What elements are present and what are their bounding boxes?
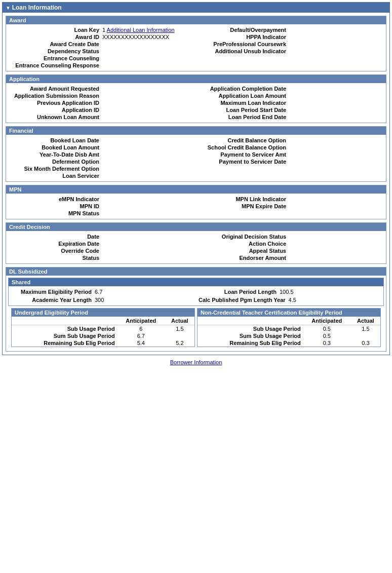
table-row: Remaining Sub Elig Period 0.3 0.3: [198, 339, 380, 347]
shared-subsection: Shared Maximum Eligibility Period 6.7 Lo…: [8, 278, 384, 306]
loan-period-length-field: Loan Period Length 100.5: [197, 288, 380, 295]
max-loan-indicator-field: Maximum Loan Indicator: [196, 99, 383, 106]
booked-loan-amount-field: Booked Loan Amount: [9, 144, 196, 151]
application-id-field: Application ID: [9, 106, 196, 113]
academic-year-length-field: Academic Year Length 300: [12, 296, 195, 303]
app-completion-date-field: Application Completion Date: [196, 85, 383, 92]
booked-loan-date-field: Booked Loan Date: [9, 137, 196, 144]
non-credential-elig-table: Anticipated Actual Sub Usage Period 0.5 …: [198, 317, 380, 347]
prev-app-id-field: Previous Application ID: [9, 99, 196, 106]
shared-header: Shared: [9, 278, 383, 286]
award-right-fields: Default/Overpayment HPPA Indicator PrePr…: [196, 26, 383, 69]
action-choice-field: Action Choice: [196, 240, 383, 247]
eligibility-container: Undergrad Eligibility Period Anticipated…: [11, 308, 381, 347]
undergrad-eligibility-section: Undergrad Eligibility Period Anticipated…: [11, 308, 195, 347]
dl-subsidized-section: DL Subsidized Shared Maximum Eligibility…: [6, 267, 386, 352]
footer: Borrower Information: [2, 355, 390, 369]
app-loan-amount-field: Application Loan Amount: [196, 92, 383, 99]
hppa-indicator-field: HPPA Indicator: [196, 33, 383, 41]
award-create-date-field: Award Create Date: [9, 41, 196, 48]
table-row: Sum Sub Usage Period 6.7: [12, 332, 194, 339]
credit-decision-section: Credit Decision Date Expiration Date: [6, 222, 386, 264]
non-credential-eligibility-section: Non-Credential Teacher Certification Eli…: [197, 308, 381, 347]
loan-servicer-field: Loan Servicer: [9, 172, 196, 179]
cd-expiration-date-field: Expiration Date: [9, 240, 196, 247]
award-section: Award Loan Key 1 Additional Loan Informa…: [6, 16, 386, 71]
application-left-fields: Award Amount Requested Application Submi…: [9, 85, 196, 121]
table-row: Sub Usage Period 0.5 1.5: [198, 325, 380, 333]
mpn-right-fields: MPN Link Indicator MPN Expire Date: [196, 196, 383, 217]
app-submission-reason-field: Application Submission Reason: [9, 92, 196, 99]
appeal-status-field: Appeal Status: [196, 247, 383, 254]
original-decision-status-field: Original Decision Status: [196, 233, 383, 240]
deferment-option-field: Deferment Option: [9, 158, 196, 165]
max-eligibility-period-field: Maximum Eligibility Period 6.7: [12, 288, 195, 295]
payment-servicer-amt-field: Payment to Servicer Amt: [196, 151, 383, 158]
application-header: Application: [6, 75, 386, 83]
additional-unsub-field: Additional Unsub Indicator: [196, 48, 383, 55]
undergrad-elig-table: Anticipated Actual Sub Usage Period 6 1.…: [12, 317, 194, 347]
cd-date-field: Date: [9, 233, 196, 240]
award-amount-requested-field: Award Amount Requested: [9, 85, 196, 92]
dl-subsidized-header: DL Subsidized: [6, 268, 386, 276]
preprofessional-field: PreProfessional Coursewrk: [196, 41, 383, 48]
school-credit-balance-field: School Credit Balance Option: [196, 144, 383, 151]
loan-key-field: Loan Key 1 Additional Loan Information: [9, 26, 196, 33]
award-id-field: Award ID XXXXXXXXXXXXXXXXXX: [9, 33, 196, 41]
empn-indicator-field: eMPN Indicator: [9, 196, 196, 203]
mpn-status-field: MPN Status: [9, 210, 196, 217]
undergrad-elig-header: Undergrad Eligibility Period: [12, 309, 194, 317]
dependency-status-field: Dependency Status: [9, 48, 196, 55]
entrance-counseling-response-field: Entrance Counseling Response: [9, 62, 196, 69]
default-overpayment-field: Default/Overpayment: [196, 26, 383, 33]
credit-decision-right-fields: Original Decision Status Action Choice A…: [196, 233, 383, 261]
endorser-amount-field: Endorser Amount: [196, 254, 383, 261]
entrance-counseling-field: Entrance Counseling: [9, 55, 196, 62]
loan-period-start-field: Loan Period Start Date: [196, 106, 383, 113]
table-row: Sub Usage Period 6 1.5: [12, 325, 194, 333]
table-row: Sum Sub Usage Period 0.5: [198, 332, 380, 339]
mpn-header: MPN: [6, 185, 386, 194]
mpn-section: MPN eMPN Indicator MPN ID MPN: [6, 185, 386, 219]
application-section: Application Award Amount Requested Appli…: [6, 74, 386, 123]
non-credential-elig-header: Non-Credential Teacher Certification Eli…: [198, 309, 380, 317]
credit-decision-left-fields: Date Expiration Date Override Code: [9, 233, 196, 261]
table-row: Remaining Sub Elig Period 5.4 5.2: [12, 339, 194, 347]
loan-info-title: Loan Information: [12, 4, 62, 11]
mpn-id-field: MPN ID: [9, 203, 196, 210]
borrower-info-link[interactable]: Borrower Information: [170, 359, 222, 365]
calc-published-pgm-field: Calc Published Pgm Length Year 4.5: [197, 296, 380, 303]
mpn-link-indicator-field: MPN Link Indicator: [196, 196, 383, 203]
payment-servicer-date-field: Payment to Servicer Date: [196, 158, 383, 165]
award-header: Award: [6, 16, 386, 24]
application-right-fields: Application Completion Date Application …: [196, 85, 383, 121]
cd-status-field: Status: [9, 254, 196, 261]
financial-right-fields: Credit Balance Option School Credit Bala…: [196, 137, 383, 179]
six-month-deferment-field: Six Month Deferment Option: [9, 165, 196, 172]
financial-section: Financial Booked Loan Date Booked Loan A…: [6, 126, 386, 182]
loan-period-end-field: Loan Period End Date: [196, 113, 383, 121]
ytd-disb-amt-field: Year-To-Date Disb Amt: [9, 151, 196, 158]
credit-decision-header: Credit Decision: [6, 223, 386, 231]
award-left-fields: Loan Key 1 Additional Loan Information A…: [9, 26, 196, 69]
mpn-left-fields: eMPN Indicator MPN ID MPN Status: [9, 196, 196, 217]
unknown-loan-amount-field: Unknown Loan Amount: [9, 113, 196, 121]
loan-info-header[interactable]: Loan Information: [3, 3, 389, 13]
cd-override-code-field: Override Code: [9, 247, 196, 254]
additional-loan-info-link[interactable]: Additional Loan Information: [107, 27, 175, 33]
credit-balance-option-field: Credit Balance Option: [196, 137, 383, 144]
financial-header: Financial: [6, 127, 386, 135]
financial-left-fields: Booked Loan Date Booked Loan Amount Year…: [9, 137, 196, 179]
mpn-expire-date-field: MPN Expire Date: [196, 203, 383, 210]
